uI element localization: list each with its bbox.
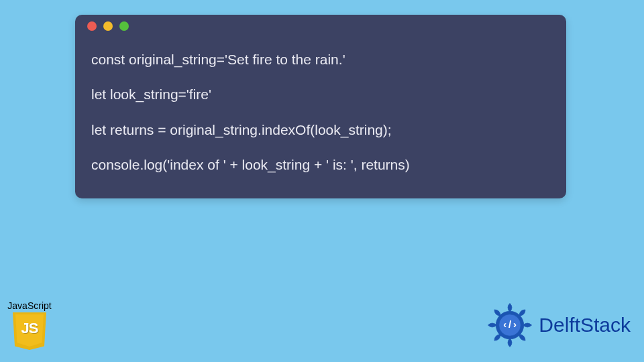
code-window: const original_string='Set fire to the r… (75, 15, 566, 198)
code-line: console.log('index of ' + look_string + … (91, 155, 550, 175)
svg-text:›: › (513, 319, 517, 330)
minimize-dot-icon (103, 21, 113, 31)
close-dot-icon (87, 21, 97, 31)
code-line: let returns = original_string.indexOf(lo… (91, 120, 550, 140)
delftstack-brand: ‹ / › DelftStack (485, 300, 631, 350)
code-body: const original_string='Set fire to the r… (75, 38, 566, 198)
javascript-badge: JavaScript JS (5, 300, 54, 350)
javascript-logo-text: JS (15, 320, 44, 337)
javascript-shield-icon: JS (13, 312, 46, 350)
javascript-label: JavaScript (5, 300, 54, 311)
delftstack-logo-icon: ‹ / › (485, 300, 535, 350)
svg-text:/: / (508, 319, 511, 330)
code-line: const original_string='Set fire to the r… (91, 50, 550, 70)
delftstack-text: DelftStack (539, 314, 631, 337)
svg-text:‹: ‹ (503, 319, 506, 330)
code-line: let look_string='fire' (91, 84, 550, 105)
maximize-dot-icon (119, 21, 129, 31)
window-titlebar (75, 15, 566, 38)
